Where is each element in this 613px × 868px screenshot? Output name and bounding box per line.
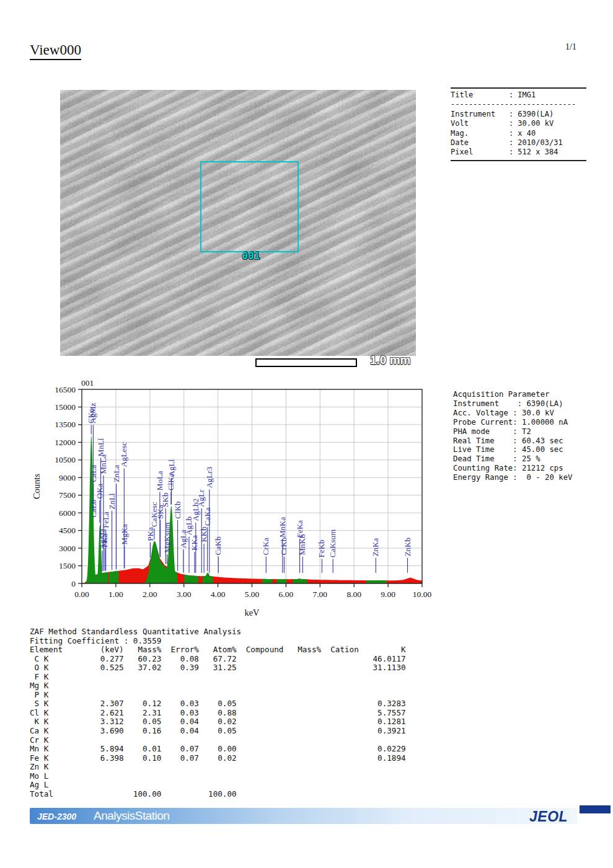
svg-text:12000: 12000	[55, 438, 76, 447]
svg-text:1.00: 1.00	[108, 590, 123, 599]
svg-text:MnLa: MnLa	[99, 454, 108, 474]
svg-text:9.00: 9.00	[381, 590, 395, 599]
svg-text:MgKsum: MgKsum	[162, 523, 172, 553]
svg-text:3.00: 3.00	[177, 590, 192, 599]
svg-text:6.00: 6.00	[279, 590, 294, 599]
svg-text:1500: 1500	[59, 561, 76, 570]
svg-text:AgLr3: AgLr3	[205, 467, 214, 489]
svg-text:MnLl: MnLl	[96, 438, 105, 456]
svg-text:AgLl: AgLl	[167, 459, 176, 477]
svg-text:2.00: 2.00	[143, 590, 157, 599]
svg-text:ZnLl: ZnLl	[107, 493, 117, 509]
svg-text:keV: keV	[244, 608, 260, 618]
svg-text:FeLa: FeLa	[101, 512, 110, 528]
svg-text:ZnKa: ZnKa	[371, 538, 380, 557]
scale-bar	[255, 358, 357, 367]
svg-text:16500: 16500	[55, 385, 76, 394]
svg-text:AgMz: AgMz	[88, 403, 97, 423]
footer-model-label: JED-2300	[37, 812, 76, 822]
svg-text:CrKa: CrKa	[261, 538, 270, 555]
svg-text:CaLa: CaLa	[89, 464, 98, 482]
svg-text:15000: 15000	[55, 402, 76, 412]
svg-text:4500: 4500	[59, 526, 76, 535]
svg-text:4.00: 4.00	[211, 590, 226, 599]
svg-text:CaKa: CaKa	[203, 507, 212, 526]
page-title: View000	[30, 42, 81, 60]
page-number: 1/1	[565, 42, 576, 52]
svg-text:AgLesc: AgLesc	[119, 442, 128, 467]
svg-text:OKa: OKa	[95, 484, 104, 499]
svg-text:7500: 7500	[59, 490, 76, 500]
svg-text:8.00: 8.00	[346, 590, 361, 599]
svg-text:CaKb: CaKb	[213, 536, 223, 555]
svg-text:MnKa: MnKa	[278, 517, 287, 538]
svg-text:FeKb: FeKb	[317, 539, 326, 557]
svg-text:PKa: PKa	[146, 527, 155, 541]
svg-text:0.00: 0.00	[74, 590, 89, 599]
svg-text:13500: 13500	[55, 420, 76, 429]
svg-text:CrKb: CrKb	[279, 538, 288, 556]
acquisition-text: Acquisition Parameter Instrument : 6390(…	[453, 390, 573, 482]
svg-text:10.00: 10.00	[413, 590, 432, 599]
svg-text:MoLa: MoLa	[155, 471, 164, 490]
svg-text:KKa: KKa	[190, 535, 199, 551]
svg-text:Counts: Counts	[32, 474, 42, 499]
svg-text:5.00: 5.00	[245, 590, 260, 599]
quant-table-text: ZAF Method Standardless Quantitative Ana…	[30, 627, 406, 799]
svg-text:ZnKb: ZnKb	[403, 538, 412, 556]
acquisition-parameters: Acquisition Parameter Instrument : 6390(…	[453, 390, 573, 482]
roi-box	[200, 161, 299, 252]
image-info-text: Title : IMG1 ---------------------------…	[451, 91, 586, 157]
svg-text:3000: 3000	[59, 544, 76, 553]
eds-spectrum-chart: 0150030004500600075009000105001200013500…	[25, 370, 434, 626]
svg-text:7.00: 7.00	[312, 590, 327, 599]
quant-table: ZAF Method Standardless Quantitative Ana…	[30, 627, 406, 799]
scale-bar-label: 1.0 mm	[370, 353, 410, 367]
footer-bar: JED-2300 AnalysisStation JEOL	[30, 808, 577, 824]
report-page: View000 1/1	[0, 0, 613, 868]
svg-text:001: 001	[81, 378, 94, 388]
sem-image: 001	[60, 90, 416, 356]
footer-app-label: AnalysisStation	[94, 809, 169, 823]
roi-label: 001	[226, 250, 276, 262]
svg-text:KKb: KKb	[199, 526, 208, 542]
svg-text:0: 0	[71, 579, 76, 588]
footer-accent-block	[580, 805, 611, 813]
image-info-box: Title : IMG1 ---------------------------…	[451, 87, 586, 161]
svg-text:6000: 6000	[59, 508, 76, 518]
svg-text:FKa: FKa	[100, 534, 109, 548]
svg-text:MnKb: MnKb	[298, 534, 307, 556]
svg-text:CaKsum: CaKsum	[328, 529, 337, 558]
svg-text:ClKb: ClKb	[173, 501, 182, 518]
svg-text:9000: 9000	[59, 473, 76, 482]
svg-text:AgLr: AgLr	[196, 489, 206, 507]
svg-text:10500: 10500	[55, 455, 76, 464]
jeol-logo: JEOL	[529, 808, 568, 825]
svg-text:SKb: SKb	[161, 493, 170, 507]
svg-text:CaLb: CaLb	[89, 500, 98, 518]
